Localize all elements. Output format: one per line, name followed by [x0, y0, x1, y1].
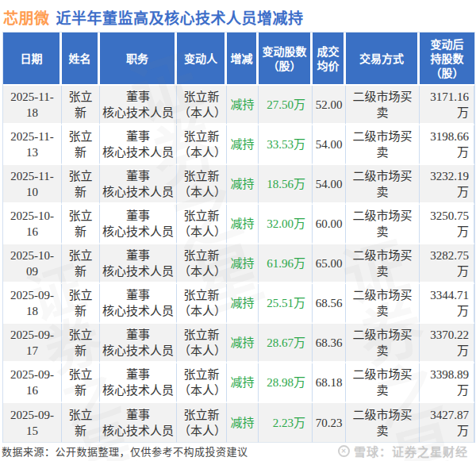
col-header-direction: 增减: [227, 33, 259, 86]
cell-method: 二级市场买卖: [346, 284, 420, 324]
cell-position: 董事 核心技术人员: [100, 165, 177, 205]
col-header-after: 变动后 持股数 （股）: [420, 33, 474, 86]
cell-price: 54.00: [313, 165, 346, 205]
col-header-changer: 变动人: [177, 33, 227, 86]
cell-date: 2025-09-18: [3, 284, 62, 324]
data-source-note: 数据来源：公开数据整理，仅供参考不构成投资建议: [2, 444, 248, 459]
cell-direction: 减持: [227, 205, 259, 244]
table-row: 2025-09-18张立新董事 核心技术人员张立新 （本人）减持25.51万68…: [3, 284, 474, 324]
col-header-position: 职务: [100, 33, 177, 86]
col-header-shares: 变动股数 （股）: [259, 33, 313, 86]
cell-method: 二级市场买卖: [346, 205, 420, 244]
cell-direction: 减持: [227, 244, 259, 284]
cell-price: 54.00: [313, 125, 346, 165]
cell-changer: 张立新 （本人）: [177, 363, 227, 403]
cell-date: 2025-10-09: [3, 244, 62, 284]
cell-name: 张立新: [62, 403, 100, 443]
cell-after: 3232.19万: [420, 165, 474, 205]
cell-after: 3370.22万: [420, 324, 474, 363]
cell-position: 董事 核心技术人员: [100, 403, 177, 443]
cell-date: 2025-11-18: [3, 86, 62, 125]
cell-position: 董事 核心技术人员: [100, 205, 177, 244]
cell-name: 张立新: [62, 324, 100, 363]
cell-shares: 28.98万: [259, 363, 313, 403]
cell-after: 3171.16万: [420, 86, 474, 125]
cell-shares: 32.00万: [259, 205, 313, 244]
cell-position: 董事 核心技术人员: [100, 284, 177, 324]
cell-shares: 25.51万: [259, 284, 313, 324]
cell-after: 3398.89万: [420, 363, 474, 403]
cell-name: 张立新: [62, 125, 100, 165]
table-row: 2025-09-17张立新董事 核心技术人员张立新 （本人）减持28.67万68…: [3, 324, 474, 363]
table-row: 2025-09-15张立新董事 核心技术人员张立新 （本人）减持2.23万70.…: [3, 403, 474, 443]
cell-method: 二级市场买卖: [346, 125, 420, 165]
table-row: 2025-11-10张立新董事 核心技术人员张立新 （本人）减持18.56万54…: [3, 165, 474, 205]
cell-method: 二级市场买卖: [346, 244, 420, 284]
col-header-price: 成交 均价: [313, 33, 346, 86]
cell-date: 2025-11-10: [3, 165, 62, 205]
cell-method: 二级市场买卖: [346, 324, 420, 363]
cell-name: 张立新: [62, 205, 100, 244]
cell-shares: 2.23万: [259, 403, 313, 443]
cell-changer: 张立新 （本人）: [177, 403, 227, 443]
cell-changer: 张立新 （本人）: [177, 205, 227, 244]
cell-direction: 减持: [227, 165, 259, 205]
cell-method: 二级市场买卖: [346, 363, 420, 403]
col-header-method: 交易方式: [346, 33, 420, 86]
cell-price: 68.56: [313, 284, 346, 324]
cell-date: 2025-10-16: [3, 205, 62, 244]
cell-after: 3250.75万: [420, 205, 474, 244]
table-row: 2025-11-13张立新董事 核心技术人员张立新 （本人）减持33.53万54…: [3, 125, 474, 165]
cell-position: 董事 核心技术人员: [100, 324, 177, 363]
title-text: 近半年董监高及核心技术人员增减持: [56, 10, 304, 27]
cell-shares: 33.53万: [259, 125, 313, 165]
cell-price: 52.00: [313, 86, 346, 125]
cell-changer: 张立新 （本人）: [177, 86, 227, 125]
cell-changer: 张立新 （本人）: [177, 284, 227, 324]
cell-price: 68.18: [313, 363, 346, 403]
cell-after: 3198.66万: [420, 125, 474, 165]
cell-direction: 减持: [227, 284, 259, 324]
cell-position: 董事 核心技术人员: [100, 363, 177, 403]
cell-changer: 张立新 （本人）: [177, 165, 227, 205]
cell-date: 2025-11-13: [3, 125, 62, 165]
table-row: 2025-10-09张立新董事 核心技术人员张立新 （本人）减持61.96万65…: [3, 244, 474, 284]
col-header-date: 日期: [3, 33, 62, 86]
xueqiu-logo-icon: ✕: [338, 445, 350, 457]
cell-method: 二级市场买卖: [346, 165, 420, 205]
cell-position: 董事 核心技术人员: [100, 244, 177, 284]
holdings-table: 日期姓名职务变动人增减变动股数 （股）成交 均价交易方式变动后 持股数 （股） …: [2, 32, 475, 443]
cell-name: 张立新: [62, 284, 100, 324]
cell-direction: 减持: [227, 403, 259, 443]
cell-direction: 减持: [227, 86, 259, 125]
cell-changer: 张立新 （本人）: [177, 324, 227, 363]
stock-name: 芯朋微: [3, 10, 50, 27]
cell-shares: 28.67万: [259, 324, 313, 363]
cell-after: 3427.87万: [420, 403, 474, 443]
table-row: 2025-10-16张立新董事 核心技术人员张立新 （本人）减持32.00万60…: [3, 205, 474, 244]
cell-shares: 27.50万: [259, 86, 313, 125]
table-row: 2025-11-18张立新董事 核心技术人员张立新 （本人）减持27.50万52…: [3, 86, 474, 125]
cell-date: 2025-09-17: [3, 324, 62, 363]
cell-changer: 张立新 （本人）: [177, 125, 227, 165]
brand-badge: ✕ 雪球：证券之星财经: [338, 443, 468, 459]
cell-date: 2025-09-16: [3, 363, 62, 403]
cell-after: 3282.75万: [420, 244, 474, 284]
cell-price: 65.00: [313, 244, 346, 284]
cell-direction: 减持: [227, 363, 259, 403]
page-title: 芯朋微近半年董监高及核心技术人员增减持: [0, 0, 476, 30]
footer: 数据来源：公开数据整理，仅供参考不构成投资建议 ✕ 雪球：证券之星财经: [0, 442, 476, 459]
table-row: 2025-09-16张立新董事 核心技术人员张立新 （本人）减持28.98万68…: [3, 363, 474, 403]
cell-name: 张立新: [62, 244, 100, 284]
cell-method: 二级市场买卖: [346, 86, 420, 125]
cell-position: 董事 核心技术人员: [100, 125, 177, 165]
holdings-table-wrap: 日期姓名职务变动人增减变动股数 （股）成交 均价交易方式变动后 持股数 （股） …: [2, 32, 474, 443]
cell-price: 68.36: [313, 324, 346, 363]
cell-name: 张立新: [62, 363, 100, 403]
cell-price: 60.00: [313, 205, 346, 244]
cell-method: 二级市场买卖: [346, 403, 420, 443]
cell-price: 70.23: [313, 403, 346, 443]
cell-after: 3344.71万: [420, 284, 474, 324]
cell-position: 董事 核心技术人员: [100, 86, 177, 125]
cell-direction: 减持: [227, 125, 259, 165]
